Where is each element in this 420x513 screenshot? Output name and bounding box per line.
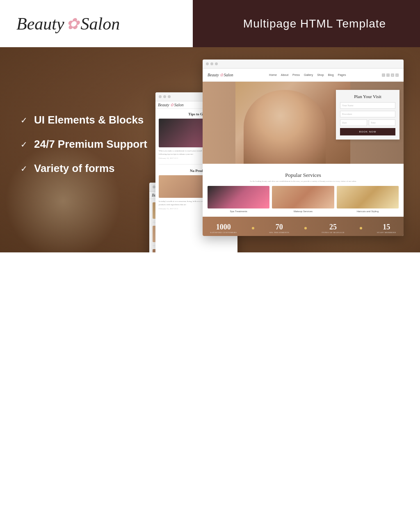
header-title: Multipage HTML Template bbox=[243, 17, 386, 30]
service-img-makeup bbox=[272, 186, 334, 208]
services-subtitle: As the leading beauty and skin care esta… bbox=[208, 180, 399, 183]
service-card-3: Haircuts and Styling bbox=[337, 186, 399, 213]
stat-label-3: TYPES OF MASSAGE bbox=[322, 231, 345, 234]
second-logo-beauty: Beauty bbox=[158, 103, 169, 107]
stat-number-3: 25 bbox=[329, 223, 337, 231]
logo-beauty: Beauty bbox=[16, 14, 64, 34]
stats-divider-3 bbox=[360, 227, 362, 229]
feature-item-3: ✓ Variety of forms bbox=[21, 162, 147, 175]
browser-stack: Beauty ✿ Salon H The Best February bbox=[170, 60, 404, 252]
feature-text-2: 24/7 Premium Support bbox=[34, 138, 147, 151]
check-icon-2: ✓ bbox=[21, 139, 27, 149]
nav-pages[interactable]: Pages bbox=[338, 73, 346, 76]
browser-main: Beauty ✿ Salon Home About Press Gallery … bbox=[203, 60, 404, 236]
logo-icon: ✿ bbox=[66, 15, 79, 33]
stat-label-4: STAFF MEMBERS bbox=[377, 231, 396, 234]
plan-name-input[interactable]: Your Name bbox=[340, 102, 395, 109]
header-logo-area: Beauty ✿ Salon bbox=[0, 0, 193, 47]
dot bbox=[153, 186, 155, 188]
social-f: f bbox=[386, 73, 390, 77]
second-logo-icon: ✿ bbox=[170, 103, 173, 107]
dot bbox=[159, 95, 162, 98]
service-label-1: Spa Treatments bbox=[208, 210, 269, 213]
feature-item-2: ✓ 24/7 Premium Support bbox=[21, 138, 147, 151]
feature-text-3: Variety of forms bbox=[34, 162, 115, 175]
nav-about[interactable]: About bbox=[281, 73, 288, 76]
stat-treatments: 70 SPA TREATMENTS bbox=[269, 223, 289, 234]
stat-staff: 15 STAFF MEMBERS bbox=[377, 223, 396, 234]
dot bbox=[168, 95, 171, 98]
nav-blog[interactable]: Blog bbox=[328, 73, 334, 76]
dot bbox=[163, 95, 166, 98]
browser-hero-img: Plan Your Visit Your Name Procedure Date… bbox=[203, 82, 404, 164]
plan-date-row: Date Time bbox=[340, 119, 395, 126]
header-title-area: Multipage HTML Template bbox=[193, 0, 420, 47]
logo-salon: Salon bbox=[81, 14, 120, 34]
social-p: p bbox=[395, 73, 399, 77]
social-g: g bbox=[391, 73, 394, 77]
second-logo-salon: Salon bbox=[174, 103, 184, 107]
check-icon-3: ✓ bbox=[21, 163, 27, 173]
dot bbox=[210, 62, 213, 65]
browser-bar-main bbox=[203, 60, 404, 69]
plan-procedure-input[interactable]: Procedure bbox=[340, 111, 395, 117]
hero-section: ✓ UI Elements & Blocks ✓ 24/7 Premium Su… bbox=[0, 47, 420, 252]
service-img-nails bbox=[208, 186, 269, 208]
service-label-3: Haircuts and Styling bbox=[337, 210, 399, 213]
main-nav-logo-icon: ✿ bbox=[220, 73, 223, 77]
feature-text-1: UI Elements & Blocks bbox=[34, 114, 144, 126]
social-t: t bbox=[382, 73, 385, 77]
service-card-2: Makeup Services bbox=[272, 186, 334, 213]
nav-press[interactable]: Press bbox=[292, 73, 300, 76]
book-now-button[interactable]: BOOK NOW bbox=[340, 128, 395, 135]
nav-home[interactable]: Home bbox=[269, 73, 277, 76]
check-icon-1: ✓ bbox=[21, 115, 27, 125]
dot bbox=[206, 62, 209, 65]
header: Beauty ✿ Salon Multipage HTML Template bbox=[0, 0, 420, 47]
nav-shop[interactable]: Shop bbox=[317, 73, 324, 76]
plan-date-input[interactable]: Date bbox=[340, 119, 367, 126]
plan-time-input[interactable]: Time bbox=[369, 119, 396, 126]
service-label-2: Makeup Services bbox=[272, 210, 334, 213]
second-logo: Beauty ✿ Salon bbox=[158, 103, 184, 107]
plan-title: Plan Your Visit bbox=[340, 94, 395, 99]
feature-item-1: ✓ UI Elements & Blocks bbox=[21, 114, 147, 126]
dot bbox=[215, 62, 218, 65]
main-nav-logo: Beauty ✿ Salon bbox=[208, 73, 233, 77]
stats-divider-1 bbox=[252, 227, 254, 229]
stats-bar: 1000 SATISFIED CUSTOMERS 70 SPA TREATMEN… bbox=[203, 217, 404, 236]
service-img-hair bbox=[337, 186, 399, 208]
stat-label-2: SPA TREATMENTS bbox=[269, 231, 289, 234]
main-nav-links: Home About Press Gallery Shop Blog Pages bbox=[269, 73, 346, 76]
services-section: Popular Services As the leading beauty a… bbox=[203, 164, 404, 217]
stat-customers: 1000 SATISFIED CUSTOMERS bbox=[210, 223, 237, 234]
stat-massage: 25 TYPES OF MASSAGE bbox=[322, 223, 345, 234]
stat-number-1: 1000 bbox=[216, 223, 231, 231]
stat-label-1: SATISFIED CUSTOMERS bbox=[210, 231, 237, 234]
features-list: ✓ UI Elements & Blocks ✓ 24/7 Premium Su… bbox=[21, 114, 147, 186]
social-icons: t f g p bbox=[382, 73, 399, 77]
main-nav-salon: Salon bbox=[224, 73, 233, 77]
stats-divider-2 bbox=[304, 227, 307, 229]
hero-face-img bbox=[235, 82, 350, 164]
logo: Beauty ✿ Salon bbox=[16, 14, 120, 34]
main-nav-beauty: Beauty bbox=[208, 73, 219, 77]
stat-number-4: 15 bbox=[383, 223, 390, 231]
plan-visit-box: Plan Your Visit Your Name Procedure Date… bbox=[336, 90, 399, 140]
nav-gallery[interactable]: Gallery bbox=[304, 73, 313, 76]
stats-container: 1000 SATISFIED CUSTOMERS 70 SPA TREATMEN… bbox=[203, 223, 404, 234]
service-card-1: Spa Treatments bbox=[208, 186, 269, 213]
face-silhouette bbox=[244, 90, 326, 164]
services-title: Popular Services bbox=[208, 172, 399, 179]
stat-number-2: 70 bbox=[276, 223, 283, 231]
services-grid: Spa Treatments Makeup Services Haircuts … bbox=[208, 186, 399, 213]
browser-main-nav: Beauty ✿ Salon Home About Press Gallery … bbox=[203, 69, 404, 82]
